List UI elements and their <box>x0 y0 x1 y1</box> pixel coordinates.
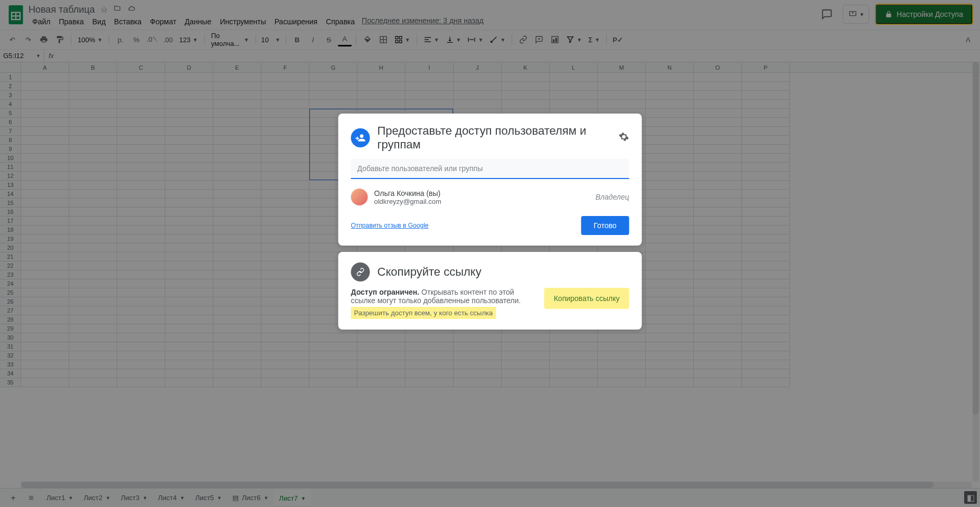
user-email: oldkreyzy@gmail.com <box>374 198 589 205</box>
get-link-modal: Скопируйте ссылку Доступ ограничен. Откр… <box>338 252 642 330</box>
user-role: Владелец <box>596 193 629 201</box>
user-name: Ольга Кочкина (вы) <box>374 189 589 198</box>
link-modal-title: Скопируйте ссылку <box>378 265 629 279</box>
link-description: Доступ ограничен. Открывать контент по э… <box>351 288 536 319</box>
avatar <box>351 189 368 205</box>
person-add-icon <box>351 128 370 147</box>
done-button[interactable]: Готово <box>581 216 629 235</box>
gear-icon[interactable] <box>619 132 629 144</box>
copy-link-button[interactable]: Копировать ссылку <box>544 288 629 309</box>
feedback-link[interactable]: Отправить отзыв в Google <box>351 222 429 229</box>
share-modal-title: Предоставьте доступ пользователям и груп… <box>378 124 611 152</box>
share-people-modal: Предоставьте доступ пользователям и груп… <box>338 114 642 246</box>
add-people-input[interactable] <box>351 159 629 179</box>
link-icon <box>351 262 370 281</box>
allow-anyone-link[interactable]: Разрешить доступ всем, у кого есть ссылк… <box>351 307 496 319</box>
